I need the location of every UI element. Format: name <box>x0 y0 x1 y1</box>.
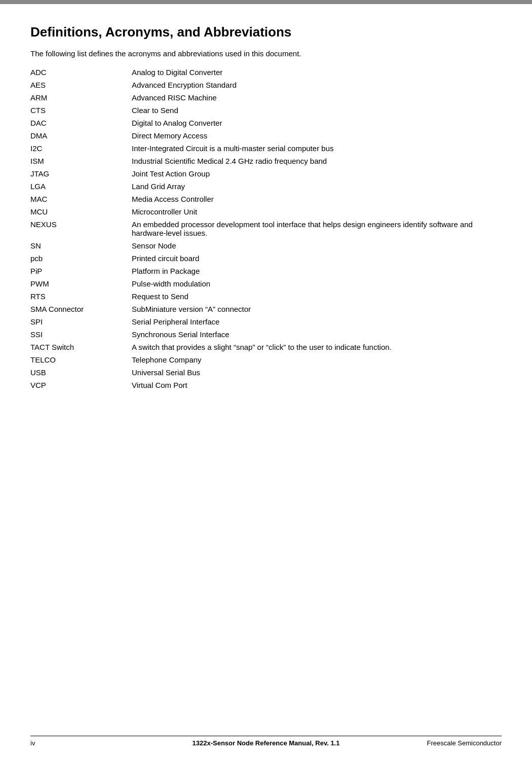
acronym-definition: Industrial Scientific Medical 2.4 GHz ra… <box>132 155 502 167</box>
acronym-definition: Printed circuit board <box>132 252 502 265</box>
table-row: RTSRequest to Send <box>30 290 502 303</box>
acronym-abbreviation: pcb <box>30 252 132 265</box>
table-row: DACDigital to Analog Converter <box>30 117 502 129</box>
table-row: VCPVirtual Com Port <box>30 379 502 391</box>
acronym-abbreviation: SN <box>30 239 132 252</box>
acronym-abbreviation: DAC <box>30 117 132 129</box>
table-row: ARMAdvanced RISC Machine <box>30 91 502 104</box>
acronym-definition: Media Access Controller <box>132 193 502 205</box>
acronym-definition: Clear to Send <box>132 104 502 117</box>
acronym-abbreviation: ARM <box>30 91 132 104</box>
acronym-definition: Synchronous Serial Interface <box>132 328 502 341</box>
acronym-abbreviation: ISM <box>30 155 132 167</box>
table-row: ISMIndustrial Scientific Medical 2.4 GHz… <box>30 155 502 167</box>
acronym-definition: An embedded processor development tool i… <box>132 218 502 239</box>
acronym-definition: Pulse-width modulation <box>132 277 502 290</box>
acronym-abbreviation: PiP <box>30 265 132 277</box>
acronym-abbreviation: TACT Switch <box>30 341 132 353</box>
acronym-definition: Advanced Encryption Standard <box>132 79 502 91</box>
acronym-definition: Serial Peripheral Interface <box>132 315 502 328</box>
table-row: JTAGJoint Test Action Group <box>30 167 502 180</box>
table-row: DMADirect Memory Access <box>30 129 502 142</box>
table-row: PiPPlatform in Package <box>30 265 502 277</box>
table-row: MACMedia Access Controller <box>30 193 502 205</box>
table-row: I2CInter-Integrated Circuit is a multi-m… <box>30 142 502 155</box>
table-row: ADCAnalog to Digital Converter <box>30 66 502 79</box>
acronym-table: ADCAnalog to Digital ConverterAESAdvance… <box>30 66 502 391</box>
acronym-definition: Telephone Company <box>132 353 502 366</box>
acronym-definition: Advanced RISC Machine <box>132 91 502 104</box>
acronym-definition: SubMiniature version “A” connector <box>132 303 502 315</box>
acronym-definition: A switch that provides a slight “snap” o… <box>132 341 502 353</box>
acronym-definition: Direct Memory Access <box>132 129 502 142</box>
table-row: TELCOTelephone Company <box>30 353 502 366</box>
table-row: AESAdvanced Encryption Standard <box>30 79 502 91</box>
intro-text: The following list defines the acronyms … <box>30 49 502 58</box>
acronym-abbreviation: AES <box>30 79 132 91</box>
footer: 1322x-Sensor Node Reference Manual, Rev.… <box>30 736 502 747</box>
acronym-definition: Platform in Package <box>132 265 502 277</box>
acronym-abbreviation: CTS <box>30 104 132 117</box>
footer-company: Freescale Semiconductor <box>427 739 502 747</box>
acronym-abbreviation: JTAG <box>30 167 132 180</box>
acronym-abbreviation: I2C <box>30 142 132 155</box>
table-row: SNSensor Node <box>30 239 502 252</box>
acronym-definition: Microcontroller Unit <box>132 205 502 218</box>
table-row: MCUMicrocontroller Unit <box>30 205 502 218</box>
table-row: pcbPrinted circuit board <box>30 252 502 265</box>
table-row: LGALand Grid Array <box>30 180 502 193</box>
table-row: SSISynchronous Serial Interface <box>30 328 502 341</box>
acronym-abbreviation: SMA Connector <box>30 303 132 315</box>
footer-page-number: iv <box>30 739 35 747</box>
acronym-definition: Joint Test Action Group <box>132 167 502 180</box>
acronym-abbreviation: NEXUS <box>30 218 132 239</box>
acronym-abbreviation: MAC <box>30 193 132 205</box>
acronym-abbreviation: SPI <box>30 315 132 328</box>
acronym-abbreviation: VCP <box>30 379 132 391</box>
acronym-abbreviation: USB <box>30 366 132 379</box>
table-row: USBUniversal Serial Bus <box>30 366 502 379</box>
acronym-abbreviation: SSI <box>30 328 132 341</box>
table-row: NEXUSAn embedded processor development t… <box>30 218 502 239</box>
acronym-abbreviation: DMA <box>30 129 132 142</box>
acronym-abbreviation: TELCO <box>30 353 132 366</box>
acronym-abbreviation: PWM <box>30 277 132 290</box>
acronym-abbreviation: RTS <box>30 290 132 303</box>
acronym-definition: Sensor Node <box>132 239 502 252</box>
table-row: TACT SwitchA switch that provides a slig… <box>30 341 502 353</box>
table-row: PWMPulse-width modulation <box>30 277 502 290</box>
top-bar <box>0 0 532 4</box>
page-title: Definitions, Acronyms, and Abbreviations <box>30 24 502 40</box>
acronym-abbreviation: LGA <box>30 180 132 193</box>
acronym-abbreviation: MCU <box>30 205 132 218</box>
table-row: SPISerial Peripheral Interface <box>30 315 502 328</box>
table-row: CTSClear to Send <box>30 104 502 117</box>
acronym-definition: Land Grid Array <box>132 180 502 193</box>
acronym-definition: Inter-Integrated Circuit is a multi-mast… <box>132 142 502 155</box>
acronym-definition: Digital to Analog Converter <box>132 117 502 129</box>
acronym-abbreviation: ADC <box>30 66 132 79</box>
table-row: SMA ConnectorSubMiniature version “A” co… <box>30 303 502 315</box>
acronym-definition: Analog to Digital Converter <box>132 66 502 79</box>
acronym-definition: Request to Send <box>132 290 502 303</box>
acronym-definition: Universal Serial Bus <box>132 366 502 379</box>
acronym-definition: Virtual Com Port <box>132 379 502 391</box>
